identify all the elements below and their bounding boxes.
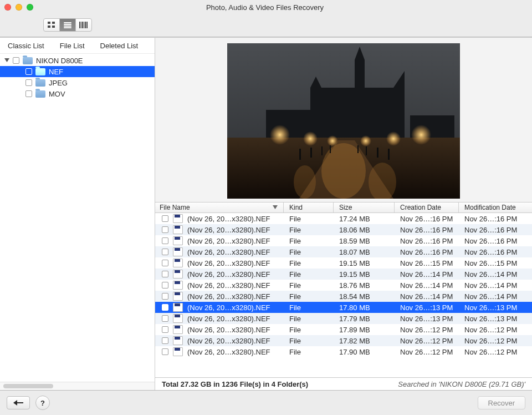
- view-mode-cover-button[interactable]: [76, 19, 91, 31]
- column-header-size[interactable]: Size: [334, 203, 395, 212]
- file-kind: File: [284, 237, 334, 245]
- file-icon: [173, 236, 183, 245]
- file-kind: File: [284, 270, 334, 279]
- view-mode-list-button[interactable]: [60, 19, 76, 31]
- footer: ? Recover: [0, 390, 532, 415]
- table-row[interactable]: (Nov 26, 20…x3280).NEFFile17.82 MBNov 26…: [155, 335, 532, 346]
- svg-rect-31: [310, 148, 312, 158]
- tree-child-label: JPEG: [49, 79, 68, 87]
- table-row[interactable]: (Nov 26, 20…x3280).NEFFile18.06 MBNov 26…: [155, 224, 532, 235]
- column-header-modification-date[interactable]: Modification Date: [459, 203, 523, 212]
- checkbox[interactable]: [162, 304, 168, 311]
- checkbox[interactable]: [162, 348, 168, 355]
- tab-file-list[interactable]: File List: [52, 41, 93, 51]
- tree-child-row[interactable]: NEF: [0, 66, 155, 77]
- minimize-window-button[interactable]: [16, 4, 22, 11]
- checkbox[interactable]: [162, 260, 168, 266]
- checkbox[interactable]: [162, 215, 168, 222]
- tab-classic-list[interactable]: Classic List: [0, 41, 52, 51]
- file-size: 17.82 MB: [334, 337, 395, 345]
- left-pane-scrollbar[interactable]: [0, 382, 155, 390]
- svg-marker-40: [13, 400, 17, 406]
- checkbox[interactable]: [25, 68, 32, 75]
- file-table-header: File Name Kind Size Creation Date Modifi…: [155, 203, 532, 213]
- svg-rect-12: [310, 88, 405, 138]
- table-row[interactable]: (Nov 26, 20…x3280).NEFFile18.07 MBNov 26…: [155, 246, 532, 257]
- checkbox[interactable]: [162, 326, 168, 333]
- file-kind: File: [284, 226, 334, 234]
- column-header-kind[interactable]: Kind: [284, 203, 334, 212]
- file-size: 19.15 MB: [334, 270, 395, 279]
- table-row[interactable]: (Nov 26, 20…x3280).NEFFile19.15 MBNov 26…: [155, 257, 532, 269]
- table-row[interactable]: (Nov 26, 20…x3280).NEFFile18.76 MBNov 26…: [155, 280, 532, 291]
- column-header-creation-date[interactable]: Creation Date: [395, 203, 459, 212]
- checkbox[interactable]: [13, 57, 19, 64]
- recover-button[interactable]: Recover: [478, 396, 525, 409]
- checkbox[interactable]: [162, 249, 168, 255]
- table-row[interactable]: (Nov 26, 20…x3280).NEFFile19.15 MBNov 26…: [155, 269, 532, 280]
- view-mode-icon-button[interactable]: [44, 19, 60, 31]
- file-size: 17.79 MB: [334, 315, 395, 323]
- svg-rect-7: [84, 22, 84, 28]
- scrollbar-thumb[interactable]: [3, 384, 53, 388]
- file-table-body[interactable]: (Nov 26, 20…x3280).NEFFile17.24 MBNov 26…: [155, 213, 532, 377]
- tab-deleted-list[interactable]: Deleted List: [93, 41, 146, 51]
- svg-marker-10: [4, 58, 9, 62]
- app-window: Photo, Audio & Video Files Recovery: [0, 0, 532, 415]
- disclosure-triangle-icon[interactable]: [4, 58, 9, 63]
- svg-point-24: [270, 125, 290, 145]
- table-row[interactable]: (Nov 26, 20…x3280).NEFFile17.24 MBNov 26…: [155, 213, 532, 224]
- checkbox[interactable]: [162, 226, 168, 233]
- checkbox[interactable]: [162, 293, 168, 300]
- zoom-window-button[interactable]: [27, 4, 33, 11]
- file-modification-date: Nov 26…:16 PM: [459, 215, 523, 223]
- column-header-label: File Name: [160, 204, 190, 211]
- table-row[interactable]: (Nov 26, 20…x3280).NEFFile18.59 MBNov 26…: [155, 235, 532, 246]
- back-button[interactable]: [7, 396, 30, 409]
- checkbox[interactable]: [25, 90, 32, 97]
- checkbox[interactable]: [162, 315, 168, 322]
- content-area: Classic List File List Deleted List NIKO…: [0, 37, 532, 390]
- table-row[interactable]: (Nov 26, 20…x3280).NEFFile17.90 MBNov 26…: [155, 346, 532, 357]
- tree-child-row[interactable]: MOV: [0, 88, 155, 99]
- right-pane: File Name Kind Size Creation Date Modifi…: [155, 38, 532, 390]
- table-row[interactable]: (Nov 26, 20…x3280).NEFFile18.54 MBNov 26…: [155, 291, 532, 302]
- svg-rect-3: [52, 26, 55, 28]
- column-header-label: Modification Date: [464, 204, 516, 211]
- svg-point-29: [411, 125, 431, 145]
- tree-root-row[interactable]: NIKON D800E: [0, 55, 155, 66]
- file-creation-date: Nov 26…:16 PM: [395, 248, 459, 256]
- file-icon: [173, 225, 183, 234]
- file-icon: [173, 292, 183, 301]
- file-icon: [173, 325, 183, 334]
- help-button[interactable]: ?: [35, 396, 50, 410]
- file-creation-date: Nov 26…:13 PM: [395, 315, 459, 323]
- table-row[interactable]: (Nov 26, 20…x3280).NEFFile17.89 MBNov 26…: [155, 324, 532, 335]
- file-creation-date: Nov 26…:12 PM: [395, 337, 459, 345]
- window-title: Photo, Audio & Video Files Recovery: [33, 3, 528, 12]
- checkbox[interactable]: [162, 237, 168, 244]
- folder-tree[interactable]: NIKON D800E NEFJPEGMOV: [0, 54, 155, 382]
- file-name: (Nov 26, 20…x3280).NEF: [187, 215, 270, 223]
- table-row[interactable]: (Nov 26, 20…x3280).NEFFile17.79 MBNov 26…: [155, 313, 532, 324]
- svg-rect-0: [48, 22, 50, 24]
- file-name: (Nov 26, 20…x3280).NEF: [187, 315, 270, 323]
- checkbox[interactable]: [162, 282, 168, 289]
- file-icon: [173, 214, 183, 223]
- column-header-file-name[interactable]: File Name: [155, 203, 284, 212]
- view-mode-segmented: [43, 18, 92, 32]
- tree-child-row[interactable]: JPEG: [0, 77, 155, 88]
- table-row[interactable]: (Nov 26, 20…x3280).NEFFile17.80 MBNov 26…: [155, 302, 532, 313]
- checkbox[interactable]: [25, 79, 32, 86]
- file-name: (Nov 26, 20…x3280).NEF: [187, 303, 270, 312]
- barcode-icon: [79, 22, 88, 28]
- checkbox[interactable]: [162, 271, 168, 277]
- checkbox[interactable]: [162, 337, 168, 344]
- close-window-button[interactable]: [4, 4, 11, 11]
- svg-point-25: [303, 131, 318, 146]
- tree-child-label: NEF: [49, 68, 63, 76]
- preview-area: [155, 38, 532, 202]
- titlebar: Photo, Audio & Video Files Recovery: [0, 0, 532, 13]
- file-modification-date: Nov 26…:16 PM: [459, 237, 523, 245]
- column-header-label: Kind: [289, 204, 303, 211]
